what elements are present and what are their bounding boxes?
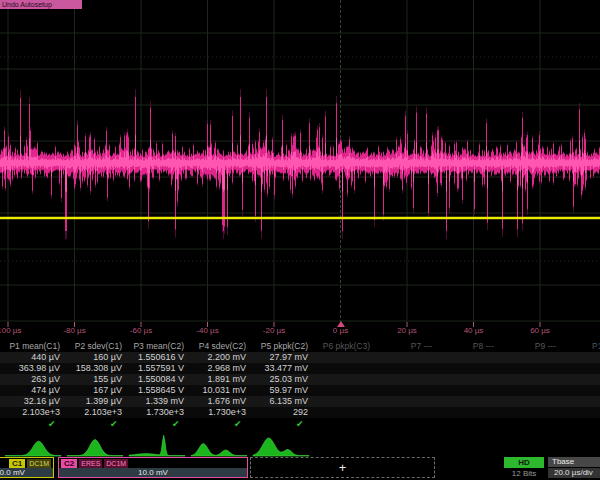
param-header[interactable]: P1 mean(C1) [2, 341, 60, 352]
time-axis-label: -60 µs [130, 326, 152, 335]
time-axis-label: -40 µs [196, 326, 218, 335]
hd-mode-badge[interactable]: HD [504, 457, 544, 468]
table-cell: 1.558645 V [126, 385, 184, 396]
time-axis-label: 60 µs [530, 326, 550, 335]
channel-c1-descriptor[interactable]: C1 DC1M 10.0 mV [0, 457, 54, 478]
table-cell: 1.550616 V [126, 352, 184, 363]
table-cell: 363.98 µV [2, 363, 60, 374]
timebase-label: Tbase [548, 457, 600, 467]
channel-c2-descriptor[interactable]: C2 ERES DC1M 10.0 mV [58, 457, 248, 478]
param-header[interactable]: P6 pkpk(C3) [312, 341, 370, 352]
oscilloscope-screen: Undo Autosetup -100 µs-80 µs-60 µs-40 µs… [0, 0, 600, 480]
c1-scale: 10.0 mV [0, 468, 53, 477]
time-axis-label: -20 µs [263, 326, 285, 335]
table-cell: 158.308 µV [64, 363, 122, 374]
table-cell: 2.968 mV [188, 363, 246, 374]
table-cell: 160 µV [64, 352, 122, 363]
param-header[interactable]: P7 --- [374, 341, 432, 352]
bit-depth-label: 12 Bits [504, 469, 544, 478]
param-header[interactable]: P3 mean(C2) [126, 341, 184, 352]
top-left-badge[interactable]: Undo Autosetup [0, 0, 82, 9]
table-cell: 25.03 mV [250, 374, 308, 385]
table-cell: 1.676 mV [188, 396, 246, 407]
status-check-icon: ✔ [296, 419, 304, 429]
table-cell: 32.16 µV [2, 396, 60, 407]
time-axis-label: 20 µs [397, 326, 417, 335]
c2-scale: 10.0 mV [59, 468, 247, 477]
measurement-histicons [0, 432, 600, 458]
param-header[interactable]: P10 --- [560, 341, 600, 352]
status-check-icon: ✔ [110, 419, 118, 429]
param-header[interactable]: P5 pkpk(C2) [250, 341, 308, 352]
param-header[interactable]: P4 sdev(C2) [188, 341, 246, 352]
time-axis-label: 40 µs [464, 326, 484, 335]
c1-label: C1 [9, 459, 25, 468]
table-cell: 167 µV [64, 385, 122, 396]
table-cell: 1.557591 V [126, 363, 184, 374]
table-cell: 1.730e+3 [126, 407, 184, 418]
c2-eres-badge: ERES [79, 459, 102, 468]
status-check-icon: ✔ [172, 419, 180, 429]
table-cell: 27.97 mV [250, 352, 308, 363]
table-cell: 440 µV [2, 352, 60, 363]
table-cell: 1.550084 V [126, 374, 184, 385]
table-cell: 2.200 mV [188, 352, 246, 363]
table-cell: 59.97 mV [250, 385, 308, 396]
time-axis-label: -100 µs [0, 326, 21, 335]
status-check-icon: ✔ [48, 419, 56, 429]
table-cell: 155 µV [64, 374, 122, 385]
table-cell: 474 µV [2, 385, 60, 396]
table-cell: 1.399 µV [64, 396, 122, 407]
time-axis-label: -80 µs [63, 326, 85, 335]
plus-icon: + [339, 460, 347, 475]
table-cell: 33.477 mV [250, 363, 308, 374]
table-cell: 6.135 mV [250, 396, 308, 407]
table-cell: 2.103e+3 [2, 407, 60, 418]
table-cell: 2.103e+3 [64, 407, 122, 418]
trigger-position-marker[interactable] [337, 321, 345, 327]
c2-label: C2 [61, 459, 77, 468]
add-trace-box[interactable]: + [250, 457, 435, 478]
time-axis-label: 0 µs [333, 326, 348, 335]
table-cell: 1.339 mV [126, 396, 184, 407]
table-cell: 1.891 mV [188, 374, 246, 385]
table-cell: 1.730e+3 [188, 407, 246, 418]
param-header[interactable]: P9 --- [498, 341, 556, 352]
table-cell: 292 [250, 407, 308, 418]
timebase-descriptor[interactable]: Tbase 20.0 µs/div [548, 457, 600, 478]
param-header[interactable]: P8 --- [436, 341, 494, 352]
c1-coupling-badge: DC1M [27, 459, 51, 468]
param-header[interactable]: P2 sdev(C1) [64, 341, 122, 352]
table-cell: 10.031 mV [188, 385, 246, 396]
c2-coupling-badge: DC1M [104, 459, 128, 468]
timebase-value: 20.0 µs/div [548, 468, 600, 478]
table-cell: 263 µV [2, 374, 60, 385]
status-check-icon: ✔ [234, 419, 242, 429]
